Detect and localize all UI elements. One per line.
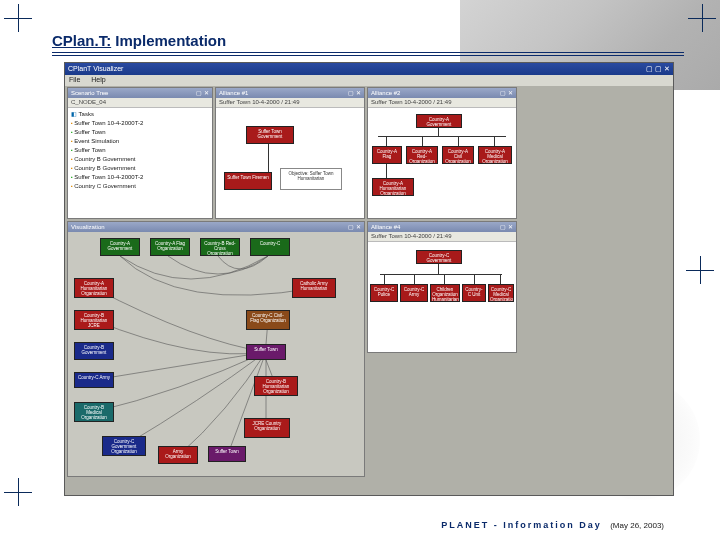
title-underline xyxy=(52,52,684,56)
org-box[interactable]: Country-A Flag xyxy=(372,146,402,164)
org-box[interactable]: Country-A Medical Organization xyxy=(478,146,512,164)
connector-line xyxy=(458,136,459,146)
tree-item[interactable]: Suffer Town 10-4-2000T-2 xyxy=(71,119,209,128)
org-box[interactable]: Children Organization Humanitarian xyxy=(430,284,460,302)
application-window: CPlanT Visualizer ▢ ▢ ✕ File Help Scenar… xyxy=(64,62,674,496)
diagram-node[interactable]: Country-C Army xyxy=(74,372,114,388)
objective-box[interactable]: Objective: Suffer Town Humanitarian xyxy=(280,168,342,190)
diagram-node[interactable]: Country-A Government xyxy=(100,238,140,256)
org-box[interactable]: Country-A Humanitarian Organization xyxy=(372,178,414,196)
tree-item[interactable]: Suffer Town xyxy=(71,146,209,155)
diagram-node[interactable]: Country-B Medical Organization xyxy=(74,402,114,422)
pane-title-text: Alliance #4 xyxy=(371,223,400,231)
pane-titlebar[interactable]: Visualization ▢ ✕ xyxy=(68,222,364,232)
tree-item[interactable]: Country B Government xyxy=(71,164,209,173)
connector-line xyxy=(494,136,495,146)
pane-title-text: Alliance #1 xyxy=(219,89,248,97)
alliance-pane-2: Alliance #2 ▢ ✕ Suffer Town 10-4-2000 / … xyxy=(367,87,517,219)
diagram-node[interactable]: JCRE Country Organization xyxy=(244,418,290,438)
alliance-pane-1: Alliance #1 ▢ ✕ Suffer Town 10-4-2000 / … xyxy=(215,87,365,219)
org-box[interactable]: Country-A Red-Organization xyxy=(406,146,438,164)
corner-mark-icon xyxy=(688,4,716,32)
slide-title: CPlan.T: Implementation xyxy=(52,32,226,49)
diagram-node[interactable]: Suffer Town xyxy=(208,446,246,462)
pane-title-text: Alliance #2 xyxy=(371,89,400,97)
tree-item[interactable]: Country C Government xyxy=(71,182,209,191)
connector-line xyxy=(414,274,415,284)
title-app-name: CPlan.T: xyxy=(52,32,111,49)
org-box[interactable]: Country-A Civil Organization xyxy=(442,146,474,164)
pane-titlebar[interactable]: Alliance #2 ▢ ✕ xyxy=(368,88,516,98)
pane-body: Country-A Government Country-A Flag Coun… xyxy=(368,108,516,218)
corner-mark-icon xyxy=(686,256,714,284)
diagram-node[interactable]: Army Organization xyxy=(158,446,198,464)
footer-text: PLANET - Information Day xyxy=(441,520,602,530)
pane-titlebar[interactable]: Alliance #1 ▢ ✕ xyxy=(216,88,364,98)
connector-line xyxy=(386,164,387,178)
visualization-pane: Visualization ▢ ✕ xyxy=(67,221,365,477)
tree-root[interactable]: Tasks xyxy=(71,110,209,119)
org-box[interactable]: Suffer Town Firemen xyxy=(224,172,272,190)
org-box[interactable]: Country-C Unit xyxy=(462,284,486,302)
diagram-node[interactable]: Country-C xyxy=(250,238,290,256)
tree-item[interactable]: Event Simulation xyxy=(71,137,209,146)
diagram-node[interactable]: Country-C Civil-Flag Organization xyxy=(246,310,290,330)
tree-item[interactable]: Suffer Town 10-4-2000T-2 xyxy=(71,173,209,182)
pane-controls-icon[interactable]: ▢ ✕ xyxy=(348,89,361,97)
pane-toolbar[interactable]: C_NODE_04 xyxy=(68,98,212,108)
connector-line xyxy=(378,136,506,137)
toolbar-field[interactable]: C_NODE_04 xyxy=(71,99,106,105)
org-root-box[interactable]: Country-C Government xyxy=(416,250,462,264)
diagram-node[interactable]: Catholic Army Humanitarian xyxy=(292,278,336,298)
org-box[interactable]: Country-C Police xyxy=(370,284,398,302)
org-box[interactable]: Suffer Town Government xyxy=(246,126,294,144)
org-root-box[interactable]: Country-A Government xyxy=(416,114,462,128)
pane-title-text: Visualization xyxy=(71,223,105,231)
org-box[interactable]: Country-C Army xyxy=(400,284,428,302)
pane-titlebar[interactable]: Scenario Tree ▢ ✕ xyxy=(68,88,212,98)
diagram-node[interactable]: Country-B Government xyxy=(74,342,114,360)
alliance-pane-4: Alliance #4 ▢ ✕ Suffer Town 10-4-2000 / … xyxy=(367,221,517,353)
pane-toolbar: Suffer Town 10-4-2000 / 21:49 xyxy=(216,98,364,108)
menu-file[interactable]: File xyxy=(69,76,80,83)
scenario-tree-pane: Scenario Tree ▢ ✕ C_NODE_04 Tasks Suffer… xyxy=(67,87,213,219)
window-controls-icon[interactable]: ▢ ▢ ✕ xyxy=(646,64,670,74)
diagram-node[interactable]: Country-A Flag Organization xyxy=(150,238,190,256)
connector-line xyxy=(380,274,502,275)
diagram-node[interactable]: Country-B Red-Cross Organization xyxy=(200,238,240,256)
pane-titlebar[interactable]: Alliance #4 ▢ ✕ xyxy=(368,222,516,232)
pane-title-text: Scenario Tree xyxy=(71,89,108,97)
title-text: Implementation xyxy=(111,32,226,49)
connector-line xyxy=(444,274,445,284)
pane-controls-icon[interactable]: ▢ ✕ xyxy=(348,223,361,231)
connector-line xyxy=(268,144,269,172)
corner-mark-icon xyxy=(4,478,32,506)
org-box[interactable]: Country-C Medical Organization xyxy=(488,284,514,302)
footer-date: (May 26, 2003) xyxy=(610,521,664,530)
connector-line xyxy=(474,274,475,284)
diagram-node[interactable]: Country-C Government Organization xyxy=(102,436,146,456)
connector-line xyxy=(386,136,387,146)
window-title-text: CPlanT Visualizer xyxy=(68,64,123,74)
tree-item[interactable]: Country B Government xyxy=(71,155,209,164)
corner-mark-icon xyxy=(4,4,32,32)
tree-body[interactable]: Tasks Suffer Town 10-4-2000T-2 Suffer To… xyxy=(68,108,212,193)
diagram-node[interactable]: Country-B Humanitarian Organization xyxy=(254,376,298,396)
diagram-canvas[interactable]: Country-A GovernmentCountry-A Flag Organ… xyxy=(68,232,364,476)
pane-toolbar: Suffer Town 10-4-2000 / 21:49 xyxy=(368,232,516,242)
diagram-node[interactable]: Country-B Humanitarian JCRE xyxy=(74,310,114,330)
menu-bar[interactable]: File Help xyxy=(65,75,673,86)
connector-line xyxy=(422,136,423,146)
connector-line xyxy=(500,274,501,284)
tree-item[interactable]: Suffer Town xyxy=(71,128,209,137)
pane-controls-icon[interactable]: ▢ ✕ xyxy=(500,223,513,231)
pane-controls-icon[interactable]: ▢ ✕ xyxy=(196,89,209,97)
diagram-node[interactable]: Country-A Humanitarian Organization xyxy=(74,278,114,298)
pane-controls-icon[interactable]: ▢ ✕ xyxy=(500,89,513,97)
connector-line xyxy=(384,274,385,284)
footer: PLANET - Information Day (May 26, 2003) xyxy=(441,520,664,530)
menu-help[interactable]: Help xyxy=(91,76,105,83)
connector-line xyxy=(438,128,439,136)
diagram-node[interactable]: Suffer Town xyxy=(246,344,286,360)
window-titlebar[interactable]: CPlanT Visualizer ▢ ▢ ✕ xyxy=(65,63,673,75)
